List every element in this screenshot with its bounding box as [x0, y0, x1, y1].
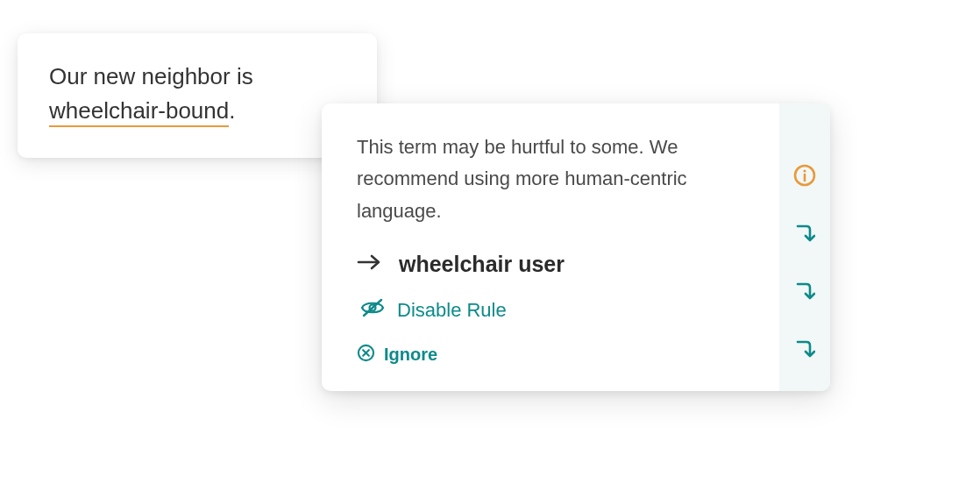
next-suggestion-button-3[interactable] [794, 338, 815, 365]
ignore-label: Ignore [384, 345, 437, 365]
next-suggestion-button-2[interactable] [794, 281, 815, 307]
apply-replacement-button[interactable]: wheelchair user [357, 252, 753, 277]
suggestion-explanation: This term may be hurtful to some. We rec… [357, 132, 753, 227]
x-circle-icon [357, 344, 375, 366]
disable-rule-label: Disable Rule [397, 299, 507, 322]
replacement-text: wheelchair user [399, 252, 565, 277]
info-button[interactable] [792, 163, 817, 191]
disable-rule-button[interactable]: Disable Rule [357, 298, 753, 323]
next-suggestion-button-1[interactable] [794, 223, 815, 249]
eye-off-icon [360, 298, 385, 323]
ignore-button[interactable]: Ignore [357, 344, 753, 366]
source-text-line1: Our new neighbor is [49, 63, 253, 89]
suggestion-side-rail [779, 103, 830, 391]
suggestion-main: This term may be hurtful to some. We rec… [322, 103, 779, 391]
svg-point-7 [803, 169, 806, 172]
arrow-turn-down-icon [794, 233, 815, 248]
info-circle-icon [792, 175, 817, 190]
arrow-turn-down-icon [794, 349, 815, 364]
arrow-turn-down-icon [794, 291, 815, 306]
arrow-right-icon [357, 253, 383, 275]
source-text-period: . [229, 97, 235, 124]
flagged-term[interactable]: wheelchair-bound [49, 97, 229, 127]
suggestion-card: This term may be hurtful to some. We rec… [322, 103, 830, 391]
